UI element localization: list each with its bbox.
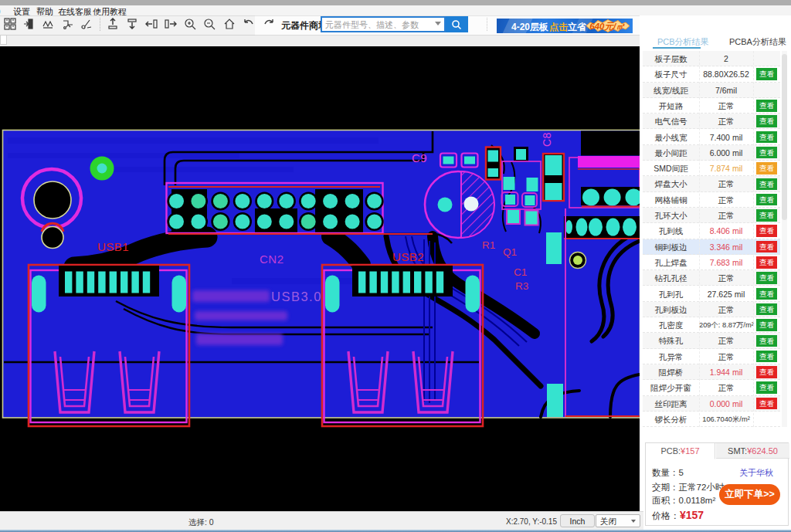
svg-text:C1: C1 [514,266,527,278]
svg-text:R3: R3 [515,280,528,292]
svg-text:Q1: Q1 [503,246,517,258]
svg-text:USB2: USB2 [392,250,424,263]
svg-text:C9: C9 [412,151,427,164]
svg-text:640元/㎡: 640元/㎡ [589,21,625,30]
svg-text:C8: C8 [541,132,553,147]
svg-text:CN2: CN2 [260,252,284,266]
svg-text:R1: R1 [482,239,495,251]
svg-text:USB1: USB1 [97,240,129,253]
svg-text:USB3.0: USB3.0 [271,290,322,303]
